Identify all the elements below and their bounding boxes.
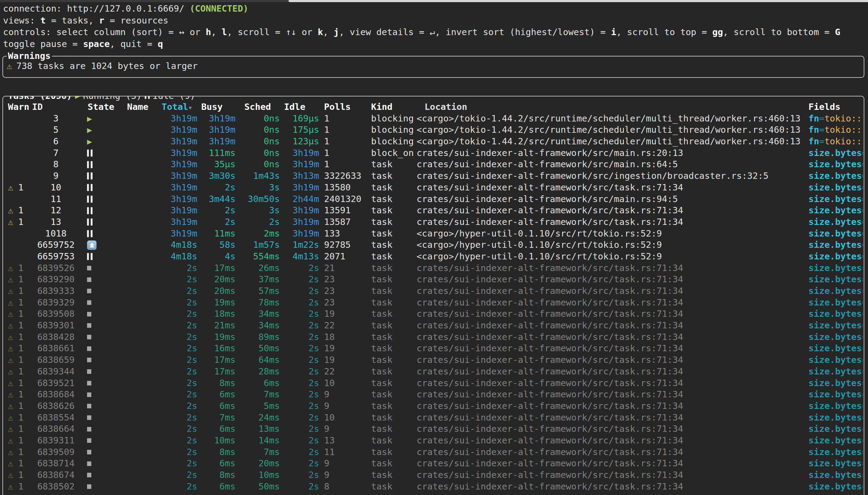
cell-warn xyxy=(5,228,29,240)
task-row[interactable]: 83h19m35µs0ns3h19m1taskcrates/sui-indexe… xyxy=(5,159,863,170)
task-row[interactable]: 6▶3h19m3h19m0ns123µs1blocking<cargo>/tok… xyxy=(5,136,863,148)
column-header-idle[interactable]: Idle xyxy=(281,101,320,113)
column-header-total[interactable]: Total▿ xyxy=(154,101,199,113)
field-key: fn xyxy=(808,136,819,147)
cell-polls: 1 xyxy=(320,159,364,170)
task-row[interactable]: ⚠168386742s8ms10ms2s9taskcrates/sui-inde… xyxy=(5,470,863,481)
task-row[interactable]: ⚠168393292s19ms78ms2s23taskcrates/sui-in… xyxy=(5,297,863,309)
cell-warn: ⚠1 xyxy=(5,354,29,366)
task-row[interactable]: ⚠168386612s16ms50ms2s19taskcrates/sui-in… xyxy=(5,343,863,354)
cell-location: crates/sui-indexer-alt-framework/src/tas… xyxy=(417,274,806,285)
cell-kind: task xyxy=(364,377,417,389)
column-header-busy[interactable]: Busy xyxy=(199,101,237,113)
task-row[interactable]: 3▶3h19m3h19m0ns169µs1blocking<cargo>/tok… xyxy=(5,113,863,124)
cell-kind: task xyxy=(364,389,417,400)
task-row[interactable]: ⚠168395212s8ms6ms2s10taskcrates/sui-inde… xyxy=(5,377,863,389)
task-row[interactable]: ⚠1133h19m2s2s3h19m13587taskcrates/sui-in… xyxy=(5,216,863,228)
task-row[interactable]: 5▶3h19m3h19m0ns175µs1blocking<cargo>/tok… xyxy=(5,124,863,136)
cell-busy: 10ms xyxy=(199,435,237,446)
task-row[interactable]: ⚠168395092s8ms7ms2s11taskcrates/sui-inde… xyxy=(5,446,863,458)
column-header-id[interactable]: ID xyxy=(29,101,82,113)
cell-fields: size.bytes= xyxy=(806,481,863,493)
cell-idle: 169µs xyxy=(281,113,320,124)
field-key: size.bytes xyxy=(808,286,862,296)
field-equals: = xyxy=(862,297,863,308)
field-equals: = xyxy=(862,251,863,261)
cell-total: 2s xyxy=(154,458,199,470)
column-header-state[interactable]: State xyxy=(82,101,120,113)
task-row[interactable]: ⚠168385022s6ms50ms2s8taskcrates/sui-inde… xyxy=(5,481,863,493)
column-header-fields[interactable]: Fields xyxy=(806,101,863,113)
warn-count: 1 xyxy=(18,263,23,273)
cell-total: 2s xyxy=(154,262,199,274)
total-duration: 2s xyxy=(187,401,197,411)
task-row[interactable]: ⚠168386592s17ms64ms2s19taskcrates/sui-in… xyxy=(5,354,863,366)
warning-icon: ⚠ xyxy=(8,263,13,273)
task-row[interactable]: 10183h19m11ms2ms3h19m133task<cargo>/hype… xyxy=(5,228,863,240)
task-row[interactable]: 66597534m18s4s554ms4m13s2071task<cargo>/… xyxy=(5,251,863,262)
column-header-location[interactable]: Location xyxy=(417,101,806,113)
task-row[interactable]: 73h19m111ms0ns3h19m1block_oncrates/sui-i… xyxy=(5,148,863,159)
cell-kind: task xyxy=(364,205,417,216)
cell-polls: 19 xyxy=(320,354,364,366)
busy-duration: 3h19m xyxy=(209,113,235,124)
cell-location: crates/sui-indexer-alt-framework/src/tas… xyxy=(417,285,806,297)
task-row[interactable]: ⚠168393442s17ms28ms2s22taskcrates/sui-in… xyxy=(5,366,863,377)
warning-icon: ⚠ xyxy=(8,343,13,353)
cell-fields: size.bytes= xyxy=(806,458,863,470)
field-equals: = xyxy=(862,435,863,446)
cell-total: 2s xyxy=(154,435,199,446)
cell-location: crates/sui-indexer-alt-framework/src/tas… xyxy=(417,435,806,446)
cell-id: 6838626 xyxy=(29,400,82,412)
busy-duration: 8ms xyxy=(220,447,235,457)
help-text: , quit = xyxy=(110,39,157,49)
field-equals: = xyxy=(862,182,863,192)
task-row[interactable]: ⚠168392902s20ms37ms2s23taskcrates/sui-in… xyxy=(5,274,863,285)
cell-kind: task xyxy=(364,239,417,251)
column-header-warn[interactable]: Warn xyxy=(5,101,29,113)
cell-location: crates/sui-indexer-alt-framework/src/tas… xyxy=(417,297,806,309)
column-header-sched[interactable]: Sched xyxy=(237,101,281,113)
task-row[interactable]: 66597524m18s58s1m57s1m22s92785task<cargo… xyxy=(5,239,863,251)
column-header-name[interactable]: Name xyxy=(120,101,154,113)
task-row[interactable]: ⚠168393112s10ms14ms2s13taskcrates/sui-in… xyxy=(5,435,863,446)
cell-polls: 10 xyxy=(320,377,364,389)
task-row[interactable]: ⚠168387142s6ms20ms2s9taskcrates/sui-inde… xyxy=(5,458,863,470)
task-row[interactable]: 113h19m3m44s30m50s2h44m2401320taskcrates… xyxy=(5,193,863,205)
cell-state xyxy=(82,412,120,424)
task-row[interactable]: ⚠1123h19m2s3s3h19m13591taskcrates/sui-in… xyxy=(5,205,863,216)
paused-state-icon xyxy=(87,184,93,191)
field-equals: = xyxy=(862,205,863,216)
cell-idle: 2s xyxy=(281,366,320,377)
cell-id: 6839301 xyxy=(29,320,82,331)
warn-count: 1 xyxy=(18,435,23,446)
cell-name xyxy=(120,412,154,424)
cell-location: crates/sui-indexer-alt-framework/src/tas… xyxy=(417,320,806,331)
task-row[interactable]: ⚠168386262s6ms5ms2s9taskcrates/sui-index… xyxy=(5,400,863,412)
task-row[interactable]: ⚠168395082s18ms34ms2s19taskcrates/sui-in… xyxy=(5,308,863,320)
cell-polls: 23 xyxy=(320,274,364,285)
busy-duration: 35µs xyxy=(214,159,235,169)
task-row[interactable]: ⚠168386842s6ms7ms2s9taskcrates/sui-index… xyxy=(5,389,863,400)
field-equals: = xyxy=(862,366,863,377)
cell-sched: 5ms xyxy=(237,400,281,412)
cell-idle: 2s xyxy=(281,400,320,412)
total-duration: 2s xyxy=(187,297,197,308)
task-row[interactable]: ⚠168386642s6ms13ms2s9taskcrates/sui-inde… xyxy=(5,423,863,435)
task-row[interactable]: ⚠168395262s17ms26ms2s21taskcrates/sui-in… xyxy=(5,262,863,274)
total-duration: 3h19m xyxy=(171,217,197,227)
cell-state xyxy=(82,366,120,377)
task-row[interactable]: ⚠168393332s20ms57ms2s23taskcrates/sui-in… xyxy=(5,285,863,297)
column-header-polls[interactable]: Polls xyxy=(320,101,364,113)
cell-busy: 8ms xyxy=(199,446,237,458)
cell-total: 2s xyxy=(154,274,199,285)
warning-icon: ⚠ xyxy=(8,274,13,285)
field-equals: = xyxy=(862,343,863,353)
task-row[interactable]: ⚠168385542s7ms24ms2s10taskcrates/sui-ind… xyxy=(5,412,863,424)
task-row[interactable]: ⚠1103h19m2s3s3h19m13580taskcrates/sui-in… xyxy=(5,182,863,193)
task-row[interactable]: ⚠168393012s21ms34ms2s22taskcrates/sui-in… xyxy=(5,320,863,331)
task-row[interactable]: 93h19m3m30s1m43s3h13m3322633taskcrates/s… xyxy=(5,170,863,182)
sched-duration: 3s xyxy=(269,205,280,216)
column-header-kind[interactable]: Kind xyxy=(364,101,417,113)
task-row[interactable]: ⚠168384282s19ms89ms2s18taskcrates/sui-in… xyxy=(5,331,863,343)
